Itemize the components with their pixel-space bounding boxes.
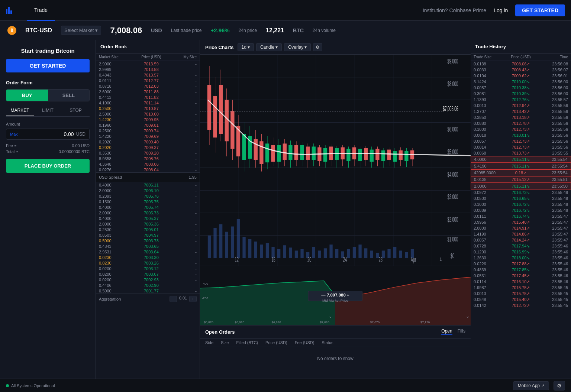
ask-row[interactable]: 4.1000 7011.14 - [96, 100, 200, 106]
trade-row[interactable]: 0.0013 7015.75↗ 23:55:45 [471, 291, 571, 297]
bid-row[interactable]: 0.4843 7003.65 - [96, 243, 200, 249]
bid-row[interactable]: 0.5000 7003.73 - [96, 238, 200, 243]
trade-row[interactable]: 0.0531 7017.45↗ 23:55:46 [471, 273, 571, 279]
trade-row[interactable]: 0.0111 7016.74↘ 23:55:47 [471, 213, 571, 219]
settings-button[interactable]: ⚙ [554, 381, 565, 391]
ask-row[interactable]: 2.9000 7013.59 - [96, 61, 200, 67]
chart-settings-button[interactable]: ⚙ [313, 43, 322, 51]
trade-row[interactable]: 0.0057 7010.38↘ 23:56:00 [471, 85, 571, 91]
login-button[interactable]: Log in [494, 7, 508, 13]
trade-row[interactable]: 0.0013 7012.94↗ 23:55:56 [471, 103, 571, 108]
trade-row[interactable]: 0.0138 7015.12↗ 23:55:51 [471, 176, 571, 183]
trade-row[interactable]: 1.1393 7012.76↘ 23:55:57 [471, 97, 571, 103]
trade-row[interactable]: 1.2630 7018.00↘ 23:55:46 [471, 255, 571, 261]
bid-row[interactable]: 0.0230 7003.30 - [96, 255, 200, 260]
trade-row[interactable]: 0.0014 7012.73↗ 23:55:56 [471, 144, 571, 150]
trade-row[interactable]: 4.0000 7015.11↘ 23:55:54 [471, 156, 571, 163]
trade-row[interactable]: 0.3081 7010.39↘ 23:56:00 [471, 91, 571, 97]
bid-row[interactable]: 0.1500 7005.75 - [96, 199, 200, 204]
trade-row[interactable]: 0.0880 7012.78↗ 23:55:56 [471, 120, 571, 126]
trade-row[interactable]: 0.0142 7012.72↗ 23:55:45 [471, 302, 571, 308]
bid-row[interactable]: 0.0200 7002.93 - [96, 277, 200, 282]
ask-row[interactable]: 0.3530 7009.20 - [96, 150, 200, 156]
bid-row[interactable]: 0.2530 7005.01 - [96, 227, 200, 232]
bid-row[interactable]: 2.0000 7005.36 - [96, 221, 200, 227]
ask-row[interactable]: 0.2500 7009.74 - [96, 128, 200, 133]
fills-tab[interactable]: Fills [458, 328, 465, 335]
ask-row[interactable]: 0.0111 7012.77 - [96, 78, 200, 83]
trade-row[interactable]: 0.1000 7016.72↘ 23:55:48 [471, 201, 571, 207]
trade-row[interactable]: 0.0972 7016.73↘ 23:55:49 [471, 189, 571, 195]
trade-row[interactable]: 0.0104 7009.62↗ 23:56:01 [471, 73, 571, 79]
trade-row[interactable]: 0.0500 7016.65↘ 23:55:49 [471, 195, 571, 201]
bid-row[interactable]: 2.9531 7003.64 - [96, 249, 200, 255]
institution-link[interactable]: Institution? Coinbase Prime [423, 7, 486, 13]
bid-row[interactable]: 0.5000 7001.77 - [96, 288, 200, 294]
buy-tab[interactable]: BUY [6, 90, 48, 101]
bid-row[interactable]: 0.4406 7002.90 - [96, 282, 200, 288]
trade-row[interactable]: 0.0548 7015.40↗ 23:55:45 [471, 297, 571, 302]
trade-row[interactable]: 5.4190 7015.11↘ 23:55:54 [471, 163, 571, 169]
open-tab[interactable]: Open [441, 328, 452, 335]
stop-tab[interactable]: STOP [62, 105, 90, 116]
trade-row[interactable]: 3.9956 7015.40↗ 23:55:47 [471, 219, 571, 225]
trade-row[interactable]: 2.0000 7014.91↗ 23:55:47 [471, 225, 571, 231]
bid-row[interactable]: 0.0200 7003.07 - [96, 271, 200, 277]
trade-row[interactable]: 0.1000 7012.73↗ 23:55:56 [471, 126, 571, 132]
trade-row[interactable]: 0.0033 7008.43↗ 23:56:07 [471, 67, 571, 73]
ask-row[interactable]: 0.2020 7009.40 - [96, 139, 200, 145]
amount-input[interactable]: Max 0.00 USD [6, 129, 90, 140]
ask-row[interactable]: 0.4843 7013.57 - [96, 72, 200, 78]
nav-get-started-button[interactable]: GET STARTED [515, 4, 565, 16]
sell-tab[interactable]: SELL [48, 90, 90, 101]
bid-row[interactable]: 2.0000 7005.73 - [96, 210, 200, 216]
ask-row[interactable]: 4.3648 7008.06 - [96, 161, 200, 167]
aggregation-increase-button[interactable]: + [189, 296, 197, 302]
ask-row[interactable]: 0.2020 7009.37 - [96, 145, 200, 150]
trade-row[interactable]: 1.4190 7014.86↗ 23:55:47 [471, 231, 571, 237]
trade-row[interactable]: 0.0138 7008.06↗ 23:56:08 [471, 61, 571, 67]
ask-row[interactable]: 8.9358 7008.76 - [96, 156, 200, 161]
place-buy-order-button[interactable]: PLACE BUY ORDER [6, 159, 90, 173]
bid-row[interactable]: 0.2393 7005.76 - [96, 193, 200, 199]
select-market-dropdown[interactable]: Select Market ▾ [61, 26, 101, 35]
trade-row[interactable]: 0.0226 7017.88↗ 23:55:46 [471, 261, 571, 267]
trade-row[interactable]: 0.0889 7016.72↘ 23:55:48 [471, 207, 571, 213]
bid-row[interactable]: 0.0230 7003.26 - [96, 260, 200, 266]
nav-tab-trade[interactable]: Trade [27, 0, 55, 21]
ask-row[interactable]: 1.4230 7009.95 - [96, 117, 200, 122]
ask-row[interactable]: 0.8718 7012.03 - [96, 83, 200, 89]
timeframe-button[interactable]: 1d ▾ [238, 43, 254, 51]
trade-row[interactable]: 0.0057 7012.73↗ 23:55:56 [471, 138, 571, 144]
trade-row[interactable]: 1.9987 7015.75↗ 23:55:45 [471, 285, 571, 291]
trade-row[interactable]: 0.3850 7013.18↗ 23:55:56 [471, 114, 571, 120]
aggregation-decrease-button[interactable]: − [170, 296, 177, 302]
trade-row[interactable]: 42085.0000 0.18↗ 23:55:54 [471, 169, 571, 176]
trade-row[interactable]: 0.0728 7017.94↘ 23:55:46 [471, 243, 571, 249]
trade-row[interactable]: 0.4839 7017.85↘ 23:55:46 [471, 267, 571, 273]
bid-row[interactable]: 2.0000 7006.10 - [96, 188, 200, 193]
bid-row[interactable]: 0.4000 7006.11 - [96, 182, 200, 188]
limit-tab[interactable]: LIMIT [34, 105, 62, 116]
trade-row[interactable]: 3.1424 7010.00↘ 23:56:00 [471, 79, 571, 85]
trade-row[interactable]: 1.3707 7013.42↗ 23:55:56 [471, 108, 571, 114]
bid-row[interactable]: 0.4000 7005.74 - [96, 204, 200, 210]
bid-row[interactable]: 0.0200 7003.12 - [96, 266, 200, 271]
sidebar-get-started-button[interactable]: GET STARTED [6, 59, 90, 72]
max-link[interactable]: Max [10, 132, 18, 136]
bid-row[interactable]: 0.4000 7005.37 - [96, 216, 200, 221]
overlay-button[interactable]: Overlay ▾ [284, 43, 311, 51]
bid-row[interactable]: 0.8503 7004.97 - [96, 232, 200, 238]
chart-type-button[interactable]: Candle ▾ [256, 43, 282, 51]
ask-row[interactable]: 2.9999 7013.58 - [96, 67, 200, 72]
market-tab[interactable]: MARKET [6, 105, 34, 116]
trade-row[interactable]: 0.0068 7013.73↗ 23:55:55 [471, 150, 571, 156]
ask-row[interactable]: 1.4220 7009.69 - [96, 133, 200, 139]
trade-row[interactable]: 0.0057 7014.24↗ 23:55:47 [471, 237, 571, 243]
ask-row[interactable]: 0.2500 7010.87 - [96, 106, 200, 111]
ask-row[interactable]: 0.1960 7009.81 - [96, 122, 200, 128]
trade-row[interactable]: 0.0018 7010.01↘ 23:55:56 [471, 132, 571, 138]
ask-row[interactable]: 0.0276 7008.04 - [96, 167, 200, 172]
ask-row[interactable]: 2.5000 7010.00 - [96, 111, 200, 117]
trade-row[interactable]: 0.0114 7016.10↗ 23:55:46 [471, 279, 571, 285]
